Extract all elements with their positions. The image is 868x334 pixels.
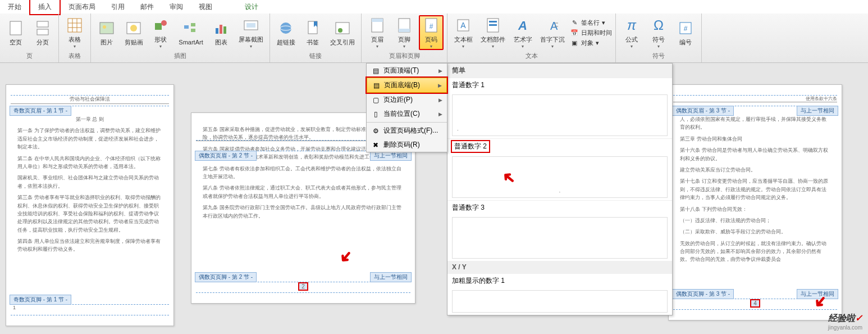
tab-review[interactable]: 审阅: [162, 0, 191, 14]
sub-head-simple: 简单: [447, 64, 672, 78]
header-region-1[interactable]: 劳动与社会保障法 奇数页页眉 - 第 1 节 -: [11, 95, 169, 106]
datetime-button[interactable]: 📅日期和时间: [570, 28, 612, 37]
tab-mail[interactable]: 邮件: [133, 0, 162, 14]
dd-current-pos[interactable]: ▯当前位置(C)▶: [367, 107, 447, 121]
signature-icon: ✎: [570, 18, 579, 27]
group-label-hf: 页眉和页脚: [365, 51, 444, 61]
svg-rect-15: [191, 23, 195, 26]
dd-format[interactable]: ⚙设置页码格式(F)...: [367, 124, 447, 138]
group-label-illust: 插图: [94, 51, 266, 61]
symbol-button[interactable]: Ω符号▾: [646, 16, 671, 49]
equation-button[interactable]: π公式▾: [619, 16, 644, 49]
chevron-right-icon: ▶: [438, 83, 442, 88]
pagenum-button[interactable]: #页码▾: [419, 15, 444, 50]
group-illustrations: 图片 剪贴画 形状▾ SmartArt 图表 屏幕截图▾ 插图: [91, 13, 270, 62]
footer-region-2[interactable]: 偶数页页脚 - 第 2 节 - 与上一节相同 2: [196, 282, 410, 293]
tab-start[interactable]: 开始: [0, 0, 29, 14]
header-label-2: 偶数页页眉 - 第 2 节 -: [195, 151, 257, 161]
object-button[interactable]: ▣对象 ▾: [570, 38, 612, 47]
tab-design[interactable]: 设计: [237, 0, 266, 14]
signature-button[interactable]: ✎签名行 ▾: [570, 18, 612, 27]
dd-page-margin[interactable]: ▢页边距(P)▶: [367, 93, 447, 107]
chevron-down-icon: ▾: [522, 44, 524, 49]
ribbon: 空页 分页 页 表格▾ 表格 图片 剪贴画 形状▾ SmartArt 图表 屏幕…: [0, 13, 868, 63]
svg-point-9: [103, 25, 106, 29]
page-margin-icon: ▢: [371, 96, 380, 105]
header-button[interactable]: 页眉▾: [365, 16, 390, 49]
svg-rect-12: [155, 23, 162, 30]
format-icon: ⚙: [371, 127, 380, 136]
header-label-1: 奇数页页眉 - 第 1 节 -: [10, 106, 71, 116]
docparts-button[interactable]: 文档部件▾: [478, 16, 508, 49]
number-button[interactable]: #编号: [673, 19, 698, 47]
body-text-3: 人，必须依照国家有关规定，履行审批手续，并保障其接受义务教育的权利。 第三章 劳…: [680, 115, 830, 264]
table-button[interactable]: 表格▾: [62, 16, 87, 49]
tab-layout[interactable]: 页面布局: [61, 0, 103, 14]
watermark: 经验啦✓ jingyanla.com: [828, 313, 862, 331]
blank-page-button[interactable]: 空页: [3, 19, 28, 47]
group-label-text: 文本: [451, 51, 612, 61]
preview-plain3[interactable]: [452, 217, 668, 259]
tab-view[interactable]: 视图: [191, 0, 220, 14]
group-hf: 页眉▾ 页脚▾ #页码▾ 页眉和页脚: [362, 13, 447, 62]
chevron-down-icon: ▾: [462, 44, 464, 49]
preview-plain2[interactable]: ·: [452, 156, 668, 198]
svg-rect-31: [399, 29, 410, 32]
sub-plain3[interactable]: 普通数字 3: [447, 200, 672, 215]
bookmark-button[interactable]: 书签: [300, 19, 325, 47]
chevron-right-icon: ▶: [438, 68, 442, 74]
preview-plain1[interactable]: ·: [452, 94, 668, 136]
svg-text:#: #: [684, 25, 688, 33]
page-break-button[interactable]: 分页: [30, 19, 55, 47]
page-bottom-icon: ▤: [372, 81, 381, 90]
wordart-button[interactable]: A艺术字▾: [510, 16, 535, 49]
footer-region-1[interactable]: 奇数页页脚 - 第 1 节 - 1: [11, 304, 169, 315]
chevron-right-icon: ▶: [438, 97, 442, 103]
group-label-tables: 表格: [62, 51, 87, 61]
shapes-button[interactable]: 形状▾: [148, 16, 173, 49]
svg-rect-1: [37, 21, 48, 27]
tab-ref[interactable]: 引用: [103, 0, 133, 14]
svg-rect-37: [489, 21, 497, 22]
clipart-button[interactable]: 剪贴画: [121, 19, 146, 47]
calendar-icon: 📅: [570, 28, 579, 37]
svg-rect-2: [37, 29, 48, 35]
tab-insert[interactable]: 插入: [29, 0, 61, 15]
pagenum-1: 1: [11, 305, 169, 310]
chevron-down-icon: ▾: [551, 44, 554, 49]
hyperlink-button[interactable]: 超链接: [273, 19, 298, 47]
preview-bold1[interactable]: [452, 290, 668, 313]
crossref-button[interactable]: 交叉引用: [327, 19, 358, 47]
dd-page-bottom[interactable]: ▤页面底端(B)▶: [367, 78, 447, 93]
chevron-right-icon: ▶: [438, 111, 442, 117]
group-tables: 表格▾ 表格: [59, 13, 91, 62]
dd-page-top[interactable]: ▤页面顶端(T)▶: [367, 64, 447, 78]
group-pages: 空页 分页 页: [0, 13, 59, 62]
footer-label-2: 偶数页页脚 - 第 2 节 -: [195, 272, 257, 282]
picture-button[interactable]: 图片: [94, 19, 119, 47]
screenshot-button[interactable]: 屏幕截图▾: [236, 16, 266, 49]
header-region-3[interactable]: 使用条款十六条 偶数页页眉 - 第 3 节 - 与上一节相同: [673, 95, 837, 106]
dd-remove[interactable]: ✖删除页码(R): [367, 138, 447, 152]
page-1[interactable]: 劳动与社会保障法 奇数页页眉 - 第 1 节 - 第一章 总 则 第一条 为了保…: [6, 84, 174, 326]
dropcap-button[interactable]: A首字下沉▾: [537, 16, 568, 49]
chevron-down-icon: ▾: [657, 44, 660, 49]
sub-plain2[interactable]: 普通数字 2: [447, 138, 672, 154]
svg-text:A: A: [518, 19, 527, 32]
footer-button[interactable]: 页脚▾: [392, 16, 417, 49]
chart-button[interactable]: 图表: [209, 19, 234, 47]
svg-text:A: A: [550, 20, 558, 32]
chevron-down-icon: ▾: [430, 44, 432, 49]
sub-plain1[interactable]: 普通数字 1: [447, 78, 672, 92]
group-label-pages: 页: [3, 51, 55, 61]
page-3[interactable]: 使用条款十六条 偶数页页眉 - 第 3 节 - 与上一节相同 人，必须依照国家有…: [668, 84, 842, 321]
svg-rect-18: [220, 25, 222, 34]
smartart-button[interactable]: SmartArt: [175, 20, 207, 46]
chevron-down-icon: ▾: [492, 44, 494, 49]
svg-rect-29: [372, 19, 383, 22]
pagenum-dropdown: ▤页面顶端(T)▶ ▤页面底端(B)▶ ▢页边距(P)▶ ▯当前位置(C)▶ ⚙…: [366, 63, 447, 152]
sub-bold1[interactable]: 加粗显示的数字 1: [447, 273, 672, 288]
svg-point-27: [338, 28, 342, 33]
textbox-button[interactable]: A文本框▾: [451, 16, 476, 49]
group-label-links: 链接: [273, 51, 358, 61]
